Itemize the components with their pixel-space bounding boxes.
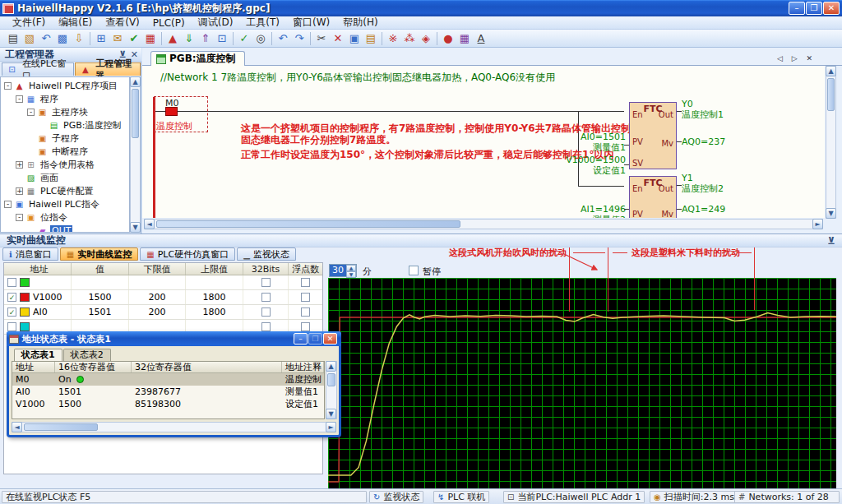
menu-window[interactable]: 窗口(W) bbox=[287, 15, 335, 30]
tab-online-plc-window[interactable]: ⊡ 在线PLC窗口 bbox=[2, 62, 74, 76]
tab-message-window[interactable]: ℹ 消息窗口 bbox=[2, 247, 58, 261]
status-vertical-scrollbar[interactable]: ▲ ▼ bbox=[326, 361, 337, 419]
open-file-icon[interactable]: ▧ bbox=[21, 30, 38, 46]
status-window-titlebar[interactable]: 地址状态表 - 状态表1 bbox=[7, 331, 341, 346]
tree-item-bit-instructions[interactable]: -▣位指令 bbox=[1, 210, 129, 224]
compile-icon[interactable]: ※ bbox=[385, 30, 401, 46]
tab-status-table-2[interactable]: 状态表2 bbox=[63, 349, 111, 361]
status-row-m0[interactable]: M0 On 温度控制 bbox=[12, 373, 324, 386]
time-window-value[interactable]: 30 bbox=[330, 265, 346, 276]
ftc-block-2[interactable]: FTC En PV Out Mv bbox=[629, 176, 677, 218]
tab-status-table-1[interactable]: 状态表1 bbox=[14, 349, 62, 361]
tree-item-main-program-block[interactable]: -▣主程序块 bbox=[1, 105, 129, 118]
copy-icon[interactable]: ▣ bbox=[346, 30, 363, 46]
save-icon[interactable]: ▩ bbox=[54, 30, 71, 46]
status-horizontal-scrollbar[interactable]: ◄ ► bbox=[12, 422, 336, 432]
redo-icon[interactable]: ↷ bbox=[291, 30, 308, 46]
tab-curve-monitor[interactable]: ▦ 实时曲线监控 bbox=[60, 247, 138, 261]
tree-item-project-root[interactable]: -▲Haiwell PLC程序项目 bbox=[1, 79, 129, 92]
download-to-plc-icon[interactable]: ⇓ bbox=[181, 30, 197, 46]
export-icon[interactable]: ⇩ bbox=[71, 30, 87, 46]
close-button[interactable]: ✕ bbox=[823, 2, 840, 15]
upload-from-plc-icon[interactable]: ⇑ bbox=[197, 30, 214, 46]
minimize-button[interactable]: – bbox=[294, 333, 308, 344]
menu-debug[interactable]: 调试(D) bbox=[192, 15, 239, 30]
paste-icon[interactable]: ▤ bbox=[363, 30, 379, 46]
haiwell-logo-icon[interactable]: ▲ bbox=[164, 30, 181, 46]
menu-tools[interactable]: 工具(T) bbox=[240, 15, 285, 30]
tab-project-manager[interactable]: ▲ 工程管理器 bbox=[75, 62, 141, 76]
float-checkbox[interactable] bbox=[301, 293, 310, 302]
row-checkbox[interactable]: ✓ bbox=[7, 307, 16, 317]
float-checkbox[interactable] bbox=[301, 278, 310, 287]
menu-edit[interactable]: 编辑(E) bbox=[53, 15, 98, 30]
spinner-up-icon[interactable]: ▲ bbox=[346, 265, 356, 271]
find-icon[interactable]: ◎ bbox=[252, 30, 269, 46]
hardware-sim-icon[interactable]: ▦ bbox=[456, 30, 473, 46]
bits32-checkbox[interactable] bbox=[261, 278, 271, 287]
menu-plc[interactable]: PLC(P) bbox=[147, 16, 191, 30]
editor-horizontal-scrollbar[interactable]: ◄ ► bbox=[144, 219, 823, 229]
float-checkbox[interactable] bbox=[301, 322, 310, 331]
row-checkbox[interactable]: ✓ bbox=[7, 293, 16, 302]
bits32-checkbox[interactable] bbox=[261, 307, 271, 317]
compile-all-icon[interactable]: ⁂ bbox=[401, 30, 418, 46]
menu-file[interactable]: 文件(F) bbox=[7, 15, 51, 30]
menu-view[interactable]: 查看(V) bbox=[99, 15, 146, 30]
time-window-spinner[interactable]: 30 ▲▼ bbox=[329, 264, 357, 277]
tree-item-programs[interactable]: -▦程序 bbox=[1, 92, 129, 105]
verify-icon[interactable]: ✓ bbox=[236, 30, 252, 46]
tab-monitor-state[interactable]: ▁ 监视状态 bbox=[237, 247, 296, 261]
bits32-checkbox[interactable] bbox=[261, 322, 271, 331]
tree-item-interrupt-programs[interactable]: ▣中断程序 bbox=[1, 145, 129, 158]
ladder-canvas[interactable]: //Network 1 7路温度控制，用Y0-Y6晶体管输出控制固态继电器加热，… bbox=[142, 66, 825, 218]
watch-row-1[interactable] bbox=[4, 275, 322, 290]
menu-help[interactable]: 帮助(H) bbox=[337, 15, 383, 30]
tree-item-out-instruction[interactable]: ▰OUT bbox=[1, 224, 129, 233]
send-mail-icon[interactable]: ✉ bbox=[109, 30, 126, 46]
online-monitor-icon[interactable]: ⊡ bbox=[214, 30, 230, 46]
maximize-button[interactable]: ❐ bbox=[308, 333, 322, 344]
tree-item-screen[interactable]: ▨画面 bbox=[1, 171, 129, 184]
operand-mv1[interactable]: AQ0=237 bbox=[682, 136, 725, 147]
pause-checkbox[interactable] bbox=[409, 266, 419, 275]
row-checkbox[interactable] bbox=[7, 322, 16, 331]
tab-pgb-temperature-control[interactable]: PGB:温度控制 bbox=[150, 51, 245, 66]
operand-mv2[interactable]: AQ1=249 bbox=[682, 204, 725, 215]
report-icon[interactable]: ▦ bbox=[142, 30, 159, 46]
tree-item-pgb-temperature-control[interactable]: ▤PGB:温度控制 bbox=[1, 118, 129, 132]
tree-item-subprograms[interactable]: ▣子程序 bbox=[1, 132, 129, 145]
spinner-down-icon[interactable]: ▼ bbox=[346, 271, 356, 278]
tree-item-plc-hardware-config[interactable]: +▦PLC硬件配置 bbox=[1, 184, 129, 197]
cut-icon[interactable]: ✂ bbox=[313, 30, 330, 46]
tree-item-plc-instructions-root[interactable]: -▣Haiwell PLC指令 bbox=[1, 197, 129, 210]
ftc-block-1[interactable]: FTC En PV SV Out Mv bbox=[629, 102, 677, 169]
font-icon[interactable]: A bbox=[473, 30, 489, 46]
address-status-window[interactable]: 地址状态表 - 状态表1 – ❐ ✕ 状态表1 状态表2 地址 16位寄存器值 … bbox=[7, 331, 341, 437]
editor-vertical-scrollbar[interactable]: ▲ ▼ bbox=[826, 66, 836, 219]
check-program-icon[interactable]: ✔ bbox=[126, 30, 142, 46]
run-icon[interactable]: ◈ bbox=[418, 30, 434, 46]
watch-row-2[interactable]: ✓V1000 15002001800 bbox=[4, 290, 322, 305]
restore-button[interactable]: ❐ bbox=[806, 2, 822, 15]
bits32-checkbox[interactable] bbox=[261, 293, 271, 302]
page-setup-icon[interactable]: ⊞ bbox=[93, 30, 109, 46]
close-button[interactable]: ✕ bbox=[323, 333, 337, 344]
pin-icon[interactable]: ⊻ bbox=[827, 235, 835, 247]
tree-item-instruction-table[interactable]: +⊞指令使用表格 bbox=[1, 158, 129, 171]
program-icon bbox=[156, 54, 166, 64]
undo-icon[interactable]: ↶ bbox=[275, 30, 291, 46]
stop-icon[interactable]: ● bbox=[440, 30, 456, 46]
new-file-icon[interactable]: ▤ bbox=[5, 30, 21, 46]
float-checkbox[interactable] bbox=[301, 307, 310, 317]
delete-icon[interactable]: ✕ bbox=[330, 30, 346, 46]
minimize-button[interactable]: – bbox=[789, 2, 805, 15]
tree-scrollbar[interactable]: ▲ ▼ bbox=[130, 76, 141, 233]
status-row-ai0[interactable]: AI0 1501 23987677 测量值1 bbox=[12, 386, 324, 398]
tab-nav-buttons[interactable]: ◁ ▷ ✕ bbox=[777, 54, 816, 62]
tab-plc-hardware-sim[interactable]: ▦ PLC硬件仿真窗口 bbox=[140, 247, 235, 261]
row-checkbox[interactable] bbox=[7, 278, 16, 287]
revert-dropdown-icon[interactable]: ↶ bbox=[38, 30, 54, 46]
watch-row-3[interactable]: ✓AI0 15012001800 bbox=[4, 305, 322, 320]
status-row-v1000[interactable]: V1000 1500 85198300 设定值1 bbox=[12, 398, 324, 410]
